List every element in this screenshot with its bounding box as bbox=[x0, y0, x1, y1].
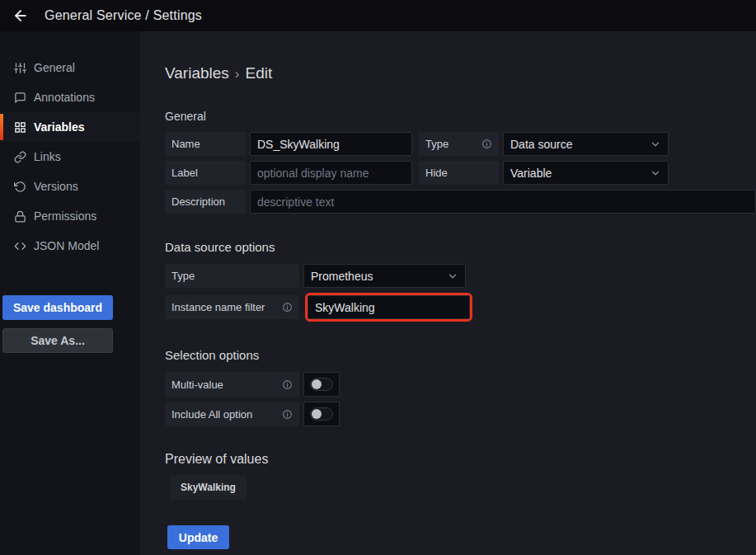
sliders-icon bbox=[14, 62, 26, 74]
settings-sidebar: General Annotations Variables Links bbox=[0, 31, 140, 555]
comment-icon bbox=[14, 92, 26, 104]
ds-type-select-value: Prometheus bbox=[311, 270, 373, 283]
data-source-options-title: Data source options bbox=[165, 240, 756, 254]
sidebar-item-label: Annotations bbox=[34, 91, 95, 104]
sidebar-item-versions[interactable]: Versions bbox=[0, 172, 140, 201]
breadcrumb-separator: › bbox=[229, 66, 246, 82]
breadcrumb-page: Edit bbox=[245, 64, 272, 82]
toggle-knob bbox=[312, 409, 322, 419]
label-input[interactable] bbox=[250, 161, 412, 185]
sidebar-item-label: General bbox=[34, 61, 75, 74]
annotation-highlight-box bbox=[305, 293, 472, 322]
chevron-down-icon bbox=[650, 167, 661, 179]
info-icon[interactable] bbox=[282, 379, 293, 390]
info-icon[interactable] bbox=[282, 409, 293, 420]
toggle-track bbox=[310, 407, 333, 421]
name-label: Name bbox=[165, 132, 246, 156]
sidebar-item-general[interactable]: General bbox=[0, 53, 140, 82]
info-icon[interactable] bbox=[481, 139, 492, 149]
multi-value-toggle[interactable] bbox=[303, 372, 340, 397]
preview-title: Preview of values bbox=[165, 452, 756, 467]
variables-edit-panel: Variables›Edit General Name Type Data so… bbox=[140, 31, 756, 555]
hide-label: Hide bbox=[419, 161, 499, 185]
include-all-label-text: Include All option bbox=[171, 408, 252, 421]
toggle-track bbox=[310, 378, 333, 391]
history-icon bbox=[14, 181, 26, 193]
toggle-knob bbox=[312, 379, 322, 389]
chevron-down-icon bbox=[447, 270, 458, 282]
sidebar-item-label: Links bbox=[34, 150, 61, 163]
back-button[interactable] bbox=[12, 7, 30, 25]
include-all-toggle[interactable] bbox=[303, 402, 340, 426]
active-indicator bbox=[0, 114, 3, 140]
description-input[interactable] bbox=[250, 190, 756, 214]
chevron-down-icon bbox=[650, 139, 661, 150]
ds-type-select[interactable]: Prometheus bbox=[303, 264, 466, 288]
sidebar-item-links[interactable]: Links bbox=[0, 142, 140, 172]
instance-filter-label: Instance name filter bbox=[165, 295, 299, 319]
sidebar-item-variables[interactable]: Variables bbox=[0, 112, 140, 142]
hide-label-text: Hide bbox=[425, 167, 448, 179]
top-bar: General Service / Settings bbox=[0, 0, 756, 31]
description-label: Description bbox=[165, 190, 246, 214]
type-select-value: Data source bbox=[510, 138, 572, 151]
preview-value-tag: SkyWalking bbox=[170, 475, 247, 500]
arrow-left-icon bbox=[12, 7, 29, 24]
general-section-title: General bbox=[165, 110, 756, 123]
breadcrumb-section[interactable]: Variables bbox=[165, 64, 229, 82]
breadcrumb: Variables›Edit bbox=[165, 64, 756, 82]
type-select[interactable]: Data source bbox=[503, 132, 669, 156]
grid-icon bbox=[14, 121, 26, 134]
info-icon[interactable] bbox=[282, 302, 293, 313]
label-label: Label bbox=[165, 161, 246, 185]
lock-icon bbox=[14, 210, 26, 223]
sidebar-item-label: Versions bbox=[34, 180, 78, 193]
sidebar-item-label: Permissions bbox=[34, 209, 96, 223]
sidebar-item-json-model[interactable]: JSON Model bbox=[0, 231, 140, 261]
instance-filter-label-text: Instance name filter bbox=[171, 301, 265, 313]
code-icon bbox=[14, 240, 26, 252]
type-label-text: Type bbox=[425, 138, 448, 150]
ds-type-label: Type bbox=[165, 264, 299, 288]
link-icon bbox=[14, 151, 26, 163]
save-as-button[interactable]: Save As... bbox=[2, 328, 113, 353]
sidebar-item-permissions[interactable]: Permissions bbox=[0, 201, 140, 231]
instance-filter-input[interactable] bbox=[308, 295, 470, 319]
page-title: General Service / Settings bbox=[45, 8, 202, 23]
sidebar-item-annotations[interactable]: Annotations bbox=[0, 82, 140, 112]
multi-value-label-text: Multi-value bbox=[171, 379, 223, 391]
sidebar-item-label: JSON Model bbox=[34, 239, 99, 252]
ds-type-label-text: Type bbox=[171, 270, 195, 282]
hide-select-value: Variable bbox=[510, 167, 552, 180]
update-button[interactable]: Update bbox=[167, 525, 229, 549]
hide-select[interactable]: Variable bbox=[503, 161, 669, 185]
include-all-label: Include All option bbox=[165, 402, 299, 426]
name-input[interactable] bbox=[250, 132, 412, 156]
save-dashboard-button[interactable]: Save dashboard bbox=[2, 295, 113, 320]
multi-value-label: Multi-value bbox=[165, 372, 299, 397]
type-label: Type bbox=[419, 132, 499, 156]
selection-options-title: Selection options bbox=[165, 348, 756, 362]
sidebar-item-label: Variables bbox=[34, 120, 85, 134]
